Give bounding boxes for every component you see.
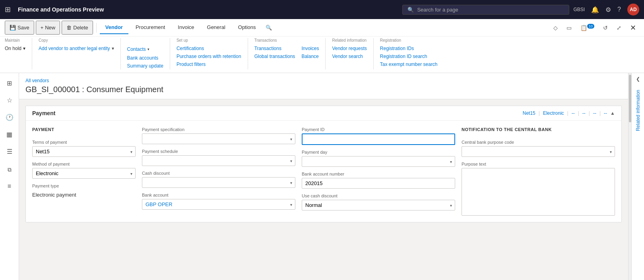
method-of-payment-label: Method of payment [32,162,136,166]
settings-icon[interactable]: ⚙ [605,6,611,14]
ribbon-icons: ◇ ▭ 📋10 ↺ ⤢ ✕ [550,22,639,34]
save-button[interactable]: 💾 Save [5,21,34,35]
payment-day-select[interactable] [302,156,455,167]
summary-update-link[interactable]: Summary update [127,62,163,70]
page-header: All vendors GB_SI_000001 : Consumer Equi… [19,73,628,99]
global-transactions-link[interactable]: Global transactions [254,53,295,60]
bank-account-number-input[interactable] [302,178,455,189]
bank-accounts-link2[interactable]: Bank accounts [127,54,159,62]
notification-icon[interactable]: 🔔 [591,6,599,14]
delete-icon: 🗑 [66,25,72,31]
method-of-payment-field: Method of payment Electronic ▾ [32,162,136,179]
product-filters-link[interactable]: Product filters [177,61,206,68]
badge-net15[interactable]: Net15 [523,110,535,116]
ribbon-group-copy: Copy Add vendor to another legal entity … [32,38,120,70]
close-button[interactable]: ✕ [627,22,639,34]
payment-day-label: Payment day [302,150,455,154]
registration-ids-link[interactable]: Registration IDs [380,45,414,52]
new-button[interactable]: + New [36,21,60,35]
tab-options[interactable]: Options [233,21,262,34]
central-bank-purpose-code-label: Central bank purpose code [462,140,615,145]
badge-electronic[interactable]: Electronic [543,110,564,116]
terms-of-payment-select-wrapper: Net15 ▾ [32,146,136,157]
payment-id-input[interactable] [302,133,455,145]
help-icon[interactable]: ? [617,6,621,13]
payment-schedule-select[interactable] [142,155,295,166]
diamond-icon[interactable]: ◇ [550,22,561,33]
balance-link[interactable]: Balance [301,53,319,60]
payment-schedule-label: Payment schedule [142,149,295,154]
sidebar-icon-star[interactable]: ☆ [4,93,16,107]
badge3[interactable]: -- [572,110,575,116]
add-vendor-dropdown[interactable]: Add vendor to another legal entity ▾ [39,45,114,52]
payment-spec-select[interactable] [142,133,295,144]
registration-id-search-link[interactable]: Registration ID search [380,53,427,60]
sidebar-icon-chart[interactable]: ▦ [3,127,16,141]
tab-vendor[interactable]: Vendor [100,21,128,34]
related-info-label[interactable]: Related information [632,85,644,136]
org-code: GBSI [573,7,585,12]
terms-of-payment-select[interactable]: Net15 [32,146,136,157]
tab-invoice[interactable]: Invoice [172,21,200,34]
purpose-text-input[interactable] [462,168,615,216]
sidebar-icon-grid[interactable]: ⊞ [4,76,15,90]
badge-icon[interactable]: 📋10 [577,22,597,33]
sidebar-icon-clock[interactable]: 🕐 [2,110,17,124]
central-bank-select[interactable] [462,146,615,157]
right-panel-wrapper: ❮ Related information [628,73,644,280]
scroll-indicator[interactable] [628,73,631,280]
badge5[interactable]: -- [593,110,596,116]
bank-account-select[interactable]: GBP OPER [142,199,295,210]
search-input[interactable] [417,7,564,13]
central-bank-select-wrapper: ▾ [462,146,615,157]
method-of-payment-select[interactable]: Electronic [32,168,136,179]
cash-discount-select-wrapper: ▾ [142,177,295,188]
filter-icon[interactable]: ⧉ [4,163,15,176]
breadcrumb[interactable]: All vendors [25,78,619,83]
invoices-link[interactable]: Invoices [301,45,319,52]
ribbon-group-registration: Registration Registration IDs Registrati… [374,38,444,70]
payment-id-field: Payment ID [302,127,455,145]
panel-icon[interactable]: ▭ [563,22,575,33]
contacts-dropdown[interactable]: Contacts ▾ [127,45,149,54]
use-cash-discount-select-wrapper: Normal ▾ [302,200,455,210]
vendor-requests-link[interactable]: Vendor requests [332,45,367,52]
badge6[interactable]: -- [604,110,607,116]
terms-of-payment-label: Terms of payment [32,140,136,145]
search-box[interactable]: 🔍 [402,5,569,15]
vendor-search-link[interactable]: Vendor search [332,53,363,60]
use-cash-discount-select[interactable]: Normal [302,200,455,210]
collapse-button[interactable]: ▲ [610,110,615,116]
on-hold-dropdown[interactable]: On hold ▾ [5,45,25,52]
ribbon-group-related: Related information Vendor requests Vend… [326,38,373,70]
tax-exempt-link[interactable]: Tax exempt number search [380,61,438,68]
transactions-link[interactable]: Transactions [254,45,295,52]
app-title: Finance and Operations Preview [18,6,398,13]
apps-icon[interactable]: ⊞ [5,5,11,14]
method-of-payment-select-wrapper: Electronic ▾ [32,168,136,179]
badge4[interactable]: -- [582,110,586,116]
contacts-chevron-icon: ▾ [147,47,149,51]
panel-collapse-button[interactable]: ❮ [633,73,643,85]
user-avatar[interactable]: AD [627,4,639,15]
ribbon-group-setup: Set up Certifications Purchase orders wi… [170,38,248,70]
related-group-title: Related information [332,38,367,42]
copy-group-title: Copy [39,38,114,42]
indent-icon[interactable]: ≡ [4,180,14,193]
search-tab-icon[interactable]: 🔍 [266,25,272,31]
sidebar-icon-list[interactable]: ☰ [4,145,16,158]
main-layout: ⊞ ☆ 🕐 ▦ ☰ ⧉ ≡ All vendors GB_SI_000001 :… [0,73,644,280]
purchase-orders-link[interactable]: Purchase orders with retention [177,53,241,60]
tab-general[interactable]: General [202,21,231,34]
section-body: PAYMENT Terms of payment Net15 ▾ [26,121,621,222]
scroll-thumb[interactable] [629,75,631,122]
certifications-link[interactable]: Certifications [177,45,204,52]
cash-discount-select[interactable] [142,177,295,188]
refresh-icon[interactable]: ↺ [600,22,611,33]
notification-column: NOTIFICATION TO THE CENTRAL BANK Central… [462,127,615,216]
expand-icon[interactable]: ⤢ [613,22,625,33]
section-badges: Net15 | Electronic | -- | -- | -- | -- ▲ [523,110,615,116]
tab-procurement[interactable]: Procurement [130,21,171,34]
purpose-text-label: Purpose text [462,162,615,166]
delete-button[interactable]: 🗑 Delete [62,21,93,35]
